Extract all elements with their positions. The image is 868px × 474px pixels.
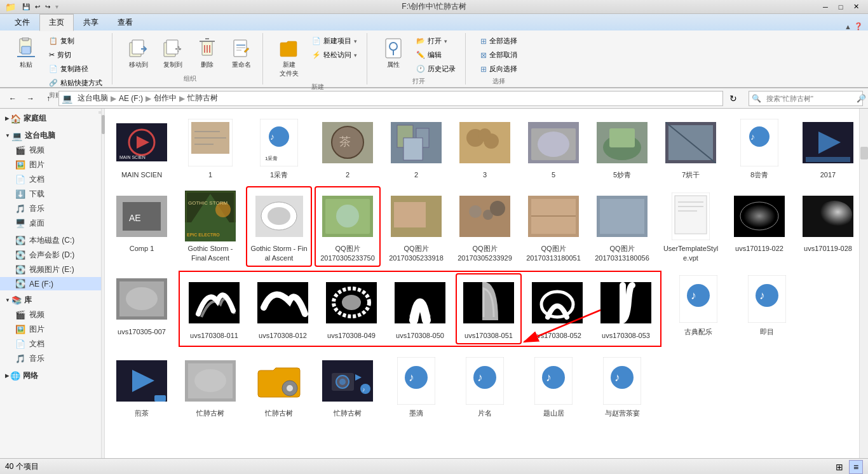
copy-to-btn[interactable]: 复制到 xyxy=(157,34,189,72)
sidebar-this-pc[interactable]: ▼ 💻 这台电脑 xyxy=(0,128,101,143)
refresh-btn[interactable]: ↻ xyxy=(726,91,741,106)
file-item-qq4[interactable]: QQ图片20170313180056 xyxy=(590,187,654,266)
file-item-img-r1[interactable]: 忙肺古树 xyxy=(179,352,242,421)
help-btn[interactable]: ❓ xyxy=(854,22,863,30)
undo-btn[interactable]: ↩ xyxy=(34,2,41,11)
sidebar-item-docs[interactable]: 📄 文档 xyxy=(0,172,101,187)
easy-access-btn[interactable]: ⚡ 轻松访问 ▾ xyxy=(308,48,362,62)
sidebar-lib-docs[interactable]: 📄 文档 xyxy=(0,337,101,351)
file-area[interactable]: MAIN SCIEN MAIN SCIEN xyxy=(105,109,868,458)
view-list-btn[interactable]: ≡ xyxy=(849,460,863,474)
copy-btn[interactable]: 📋 复制 xyxy=(44,34,107,48)
tab-home[interactable]: 主页 xyxy=(39,14,74,31)
select-none-btn[interactable]: ⊠ 全部取消 xyxy=(476,48,522,62)
file-item-2b[interactable]: 2 xyxy=(384,114,448,182)
sidebar-item-desktop[interactable]: 🖥️ 桌面 xyxy=(0,216,101,231)
copy-path-btn[interactable]: 📄 复制路径 xyxy=(44,62,107,76)
properties-btn[interactable]: 属性 xyxy=(377,34,409,72)
ribbon-collapse-btn[interactable]: ▲ xyxy=(844,23,851,30)
file-item-uvs053[interactable]: uvs170308-053 xyxy=(594,274,658,343)
path-creation[interactable]: 创作中 xyxy=(151,93,179,104)
redo-btn[interactable]: ↪ xyxy=(44,2,51,11)
invert-btn[interactable]: ⊞ 反向选择 xyxy=(476,62,522,76)
rename-btn[interactable]: 重命名 xyxy=(226,34,257,72)
sidebar-lib-pictures[interactable]: 🖼️ 图片 xyxy=(0,322,101,337)
paste-shortcut-btn[interactable]: 🔗 粘贴快捷方式 xyxy=(44,76,107,90)
tab-view[interactable]: 查看 xyxy=(108,14,142,30)
back-btn[interactable]: ← xyxy=(5,91,20,106)
file-item-audio4[interactable]: ♪ 片名 xyxy=(453,352,517,421)
tab-share[interactable]: 共享 xyxy=(74,14,108,30)
path-ae[interactable]: AE (F:) xyxy=(116,94,146,103)
history-btn[interactable]: 🕐 历史记录 xyxy=(412,62,460,76)
sidebar-lib-videos[interactable]: 🎬 视频 xyxy=(0,308,101,322)
maximize-btn[interactable]: □ xyxy=(834,0,848,14)
sidebar-home-group[interactable]: ▶ 🏠 家庭组 xyxy=(0,111,98,126)
file-item-uvs052[interactable]: uvs170308-052 xyxy=(526,274,589,343)
file-item-main-scien[interactable]: MAIN SCIEN MAIN SCIEN xyxy=(110,114,173,182)
delete-btn[interactable]: 删除 xyxy=(191,34,223,72)
sidebar-library[interactable]: ▼ 📚 库 xyxy=(0,293,101,308)
path-this-pc[interactable]: 这台电脑 xyxy=(75,93,111,104)
file-item-qq1[interactable]: QQ图片20170305233918 xyxy=(384,187,448,266)
sidebar-item-pictures[interactable]: 🖼️ 图片 xyxy=(0,158,101,172)
file-item-uvs049[interactable]: uvs170308-049 xyxy=(320,274,383,343)
file-item-2a[interactable]: 茶 2 xyxy=(316,114,379,182)
file-item-video-r3[interactable]: ♪ 忙肺古树 xyxy=(316,352,379,421)
sidebar-network[interactable]: ▶ 🌐 网络 xyxy=(0,369,101,383)
file-item-qq2[interactable]: QQ图片20170305233929 xyxy=(453,187,517,266)
file-item-uvs011[interactable]: uvs170308-011 xyxy=(182,274,246,343)
file-item-changqing[interactable]: ♪ 8尝青 xyxy=(728,114,791,182)
edit-btn[interactable]: ✏️ 编辑 xyxy=(412,48,460,62)
file-item-comp1[interactable]: AE Comp 1 xyxy=(110,187,173,266)
sidebar-item-downloads[interactable]: ⬇️ 下载 xyxy=(0,187,101,201)
minimize-btn[interactable]: ─ xyxy=(818,0,832,14)
search-btn[interactable]: 🔎 xyxy=(857,91,866,105)
sidebar-item-music[interactable]: 🎵 音乐 xyxy=(0,201,101,216)
file-item-gothic[interactable]: EPIC ELECTRO GOTHIC STORM Gothic Storm -… xyxy=(179,187,242,266)
move-btn[interactable]: 移动到 xyxy=(123,34,154,72)
sidebar-drive-c[interactable]: 💽 本地磁盘 (C:) xyxy=(0,233,101,248)
file-item-audio1[interactable]: ♪ 古典配乐 xyxy=(667,271,730,347)
quick-save-btn[interactable]: 💾 xyxy=(21,2,31,11)
file-item-qq3[interactable]: QQ图片20170313180051 xyxy=(522,187,585,266)
cut-btn[interactable]: ✂ 剪切 xyxy=(44,48,107,62)
sidebar-drive-e[interactable]: 💽 视频图片 (E:) xyxy=(0,262,101,277)
file-item-audio2[interactable]: ♪ 即目 xyxy=(735,271,799,347)
vertical-scrollbar[interactable] xyxy=(859,109,868,458)
scrollbar-thumb[interactable] xyxy=(860,147,868,159)
paste-btn[interactable]: 粘贴 xyxy=(10,34,42,72)
file-item-uvs007[interactable]: uvs170305-007 xyxy=(110,271,173,347)
open-btn[interactable]: 📂 打开 ▾ xyxy=(412,34,460,48)
file-item-3[interactable]: 3 xyxy=(453,114,517,182)
path-current[interactable]: 忙肺古树 xyxy=(185,93,220,104)
file-item-honggan[interactable]: 7烘干 xyxy=(659,114,722,182)
file-item-chaoqing[interactable]: 5炒青 xyxy=(590,114,654,182)
select-all-btn[interactable]: ⊞ 全部选择 xyxy=(476,34,522,48)
file-item-video4[interactable]: ♪ 题山居 xyxy=(522,352,585,421)
file-item-uvs028[interactable]: uvs170119-028 xyxy=(796,187,860,266)
file-item-uvs012[interactable]: uvs170308-012 xyxy=(251,274,315,343)
sidebar-drive-d[interactable]: 💽 会声会影 (D:) xyxy=(0,248,101,262)
file-item-2017[interactable]: 2017 xyxy=(796,114,860,182)
file-item-audio5[interactable]: ♪ 与赵营茶宴 xyxy=(590,352,654,421)
new-folder-btn[interactable]: 新建文件夹 xyxy=(273,34,305,81)
new-item-btn[interactable]: 📄 新建项目 ▾ xyxy=(308,34,362,48)
file-item-uvs051[interactable]: uvs170308-051 xyxy=(457,274,520,343)
search-input[interactable] xyxy=(764,95,857,102)
address-path[interactable]: 💻 这台电脑 ▶ AE (F:) ▶ 创作中 ▶ 忙肺古树 xyxy=(58,91,723,106)
up-btn[interactable]: ↑ xyxy=(41,91,56,106)
file-item-uvs022[interactable]: uvs170119-022 xyxy=(728,187,791,266)
file-item-caiqing[interactable]: ♪ 1采青 1采青 xyxy=(247,114,311,182)
sidebar-drive-f[interactable]: 💽 AE (F:) xyxy=(0,277,101,290)
file-item-qq0[interactable]: QQ图片20170305233750 xyxy=(316,187,379,266)
view-large-btn[interactable]: ⊞ xyxy=(832,460,846,474)
file-item-audio3[interactable]: ♪ 墨滴 xyxy=(384,352,448,421)
close-btn[interactable]: ✕ xyxy=(849,0,863,14)
forward-btn[interactable]: → xyxy=(23,91,38,106)
file-item-video3[interactable]: 煎茶 xyxy=(110,352,173,421)
file-item-m20[interactable]: Gothic Storm - Final Ascent xyxy=(247,187,311,266)
sidebar-item-videos[interactable]: 🎬 视频 xyxy=(0,143,101,158)
sidebar-lib-music[interactable]: 🎵 音乐 xyxy=(0,351,101,366)
file-item-1[interactable]: 1 xyxy=(179,114,242,182)
